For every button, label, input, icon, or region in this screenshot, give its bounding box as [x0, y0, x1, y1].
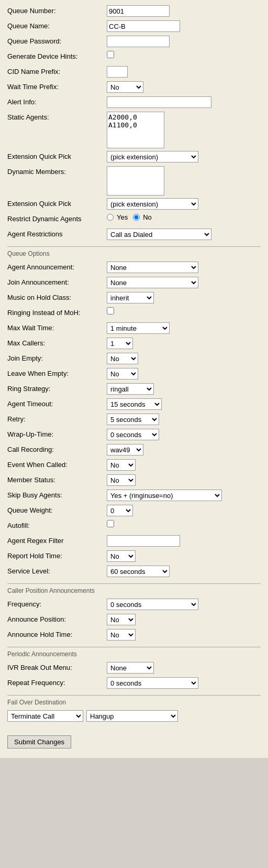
queue-number-input[interactable] [107, 5, 170, 17]
queue-weight-row: Queue Weight: 0 [7, 505, 261, 517]
announce-position-select[interactable]: No Yes [107, 614, 136, 625]
frequency-select[interactable]: 0 seconds [107, 599, 198, 610]
periodic-announcements-divider [7, 647, 261, 647]
report-hold-time-label: Report Hold Time: [7, 550, 107, 560]
periodic-announcements-title: Periodic Announcements [7, 650, 261, 658]
dynamic-members-wrap [107, 166, 261, 196]
retry-wrap: 5 seconds [107, 414, 261, 425]
static-agents-textarea[interactable]: A2000,0 A1100,0 [107, 112, 164, 148]
alert-info-label: Alert Info: [7, 96, 107, 106]
retry-select[interactable]: 5 seconds [107, 414, 159, 425]
member-status-row: Member Status: No Yes [7, 474, 261, 487]
leave-when-empty-row: Leave When Empty: No Yes [7, 368, 261, 381]
service-level-select[interactable]: 60 seconds [107, 566, 170, 577]
queue-password-row: Queue Password: [7, 36, 261, 48]
queue-password-input[interactable] [107, 36, 170, 47]
agent-restrictions-select[interactable]: Call as Dialed [107, 229, 211, 240]
agent-regex-filter-label: Agent Regex Filter [7, 535, 107, 545]
announce-hold-time-select[interactable]: No Yes [107, 629, 136, 641]
wrap-up-time-select[interactable]: 0 seconds [107, 429, 159, 440]
event-when-called-select[interactable]: No Yes [107, 459, 136, 471]
restrict-dynamic-no-radio[interactable] [133, 214, 140, 221]
caller-position-divider [7, 583, 261, 584]
frequency-wrap: 0 seconds [107, 599, 261, 610]
queue-weight-wrap: 0 [107, 505, 261, 516]
queue-name-input[interactable] [107, 20, 180, 32]
max-callers-select[interactable]: 1 [107, 338, 133, 349]
ring-strategy-select[interactable]: ringall [107, 383, 154, 395]
static-agents-label: Static Agents: [7, 112, 107, 121]
extension-quick-pick-2-select[interactable]: (pick extension) [107, 198, 198, 210]
generate-device-hints-checkbox[interactable] [107, 51, 114, 58]
frequency-row: Frequency: 0 seconds [7, 599, 261, 611]
fail-over-destination-select[interactable]: Terminate Call [7, 710, 83, 722]
agent-restrictions-label: Agent Restrictions [7, 229, 107, 238]
extension-quick-pick-1-select[interactable]: (pick extension) [107, 151, 198, 162]
fail-over-hangup-select[interactable]: Hangup [86, 710, 178, 722]
restrict-dynamic-agents-wrap: Yes No [107, 213, 261, 221]
extension-quick-pick-2-wrap: (pick extension) [107, 198, 261, 210]
queue-weight-select[interactable]: 0 [107, 505, 133, 516]
agent-regex-filter-input[interactable] [107, 535, 180, 547]
join-empty-select[interactable]: No Yes [107, 353, 138, 364]
submit-changes-button[interactable]: Submit Changes [7, 735, 71, 748]
leave-when-empty-label: Leave When Empty: [7, 368, 107, 377]
music-on-hold-select[interactable]: inherit [107, 292, 154, 303]
alert-info-input[interactable] [107, 96, 211, 108]
ringing-moh-checkbox[interactable] [107, 307, 114, 314]
event-when-called-wrap: No Yes [107, 459, 261, 471]
agent-timeout-select[interactable]: 15 seconds [107, 398, 162, 410]
announce-hold-time-label: Announce Hold Time: [7, 629, 107, 638]
agent-regex-filter-wrap [107, 535, 261, 547]
cid-name-prefix-input[interactable] [107, 66, 128, 78]
queue-name-label: Queue Name: [7, 20, 107, 30]
report-hold-time-select[interactable]: No Yes [107, 550, 136, 562]
max-callers-wrap: 1 [107, 338, 261, 349]
repeat-frequency-row: Repeat Frequency: 0 seconds [7, 677, 261, 690]
queue-password-wrap [107, 36, 261, 47]
call-recording-select[interactable]: wav49 [107, 444, 143, 455]
skip-busy-agents-select[interactable]: Yes + (ringinuse=no) No Yes [107, 490, 222, 501]
static-agents-row: Static Agents: A2000,0 A1100,0 [7, 112, 261, 148]
retry-row: Retry: 5 seconds [7, 414, 261, 426]
repeat-frequency-select[interactable]: 0 seconds [107, 677, 198, 689]
restrict-dynamic-no-label: No [143, 213, 152, 221]
ivr-break-out-wrap: None [107, 662, 261, 674]
ivr-break-out-select[interactable]: None [107, 662, 154, 674]
fail-over-divider [7, 695, 261, 696]
extension-quick-pick-2-label: Extension Quick Pick [7, 198, 107, 208]
repeat-frequency-label: Repeat Frequency: [7, 677, 107, 687]
wrap-up-time-wrap: 0 seconds [107, 429, 261, 440]
wait-time-prefix-select[interactable]: No Yes [107, 81, 143, 93]
skip-busy-agents-row: Skip Busy Agents: Yes + (ringinuse=no) N… [7, 490, 261, 502]
autofill-checkbox[interactable] [107, 520, 114, 527]
extension-quick-pick-2-row: Extension Quick Pick (pick extension) [7, 198, 261, 211]
agent-restrictions-row: Agent Restrictions Call as Dialed [7, 229, 261, 241]
ring-strategy-label: Ring Strategy: [7, 383, 107, 393]
max-wait-time-select[interactable]: 1 minute [107, 322, 170, 334]
ringing-moh-label: Ringing Instead of MoH: [7, 307, 107, 317]
autofill-row: Autofill: [7, 520, 261, 533]
join-announcement-select[interactable]: None [107, 277, 198, 288]
agent-timeout-label: Agent Timeout: [7, 398, 107, 408]
caller-position-title: Caller Position Announcements [7, 587, 261, 594]
cid-name-prefix-row: CID Name Prefix: [7, 66, 261, 79]
agent-announcement-select[interactable]: None [107, 262, 198, 273]
event-when-called-row: Event When Called: No Yes [7, 459, 261, 472]
music-on-hold-wrap: inherit [107, 292, 261, 303]
member-status-label: Member Status: [7, 474, 107, 484]
ringing-moh-wrap [107, 307, 261, 314]
dynamic-members-row: Dynamic Members: [7, 166, 261, 196]
dynamic-members-textarea[interactable] [107, 166, 164, 196]
wait-time-prefix-label: Wait Time Prefix: [7, 81, 107, 91]
leave-when-empty-select[interactable]: No Yes [107, 368, 138, 379]
agent-announcement-row: Agent Announcement: None [7, 262, 261, 274]
queue-number-wrap [107, 5, 261, 17]
restrict-dynamic-yes-radio[interactable] [107, 214, 114, 221]
music-on-hold-row: Music on Hold Class: inherit [7, 292, 261, 305]
member-status-select[interactable]: No Yes [107, 474, 136, 486]
static-agents-wrap: A2000,0 A1100,0 [107, 112, 261, 148]
wait-time-prefix-wrap: No Yes [107, 81, 261, 93]
agent-regex-filter-row: Agent Regex Filter [7, 535, 261, 548]
join-empty-row: Join Empty: No Yes [7, 353, 261, 365]
